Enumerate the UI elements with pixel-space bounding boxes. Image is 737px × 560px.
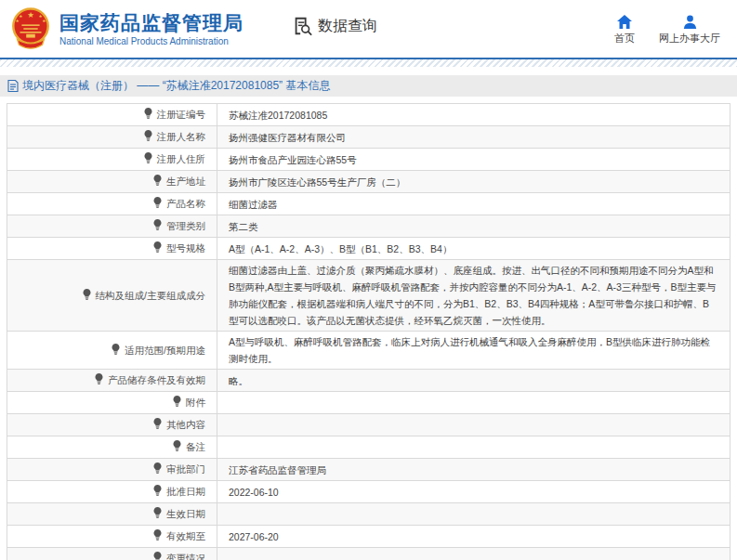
lightbulb-icon	[153, 528, 162, 545]
row-label: 注册人名称	[157, 131, 206, 142]
table-row: 批准日期 2022-06-10	[7, 481, 730, 503]
nav-service-hall-label: 网上办事大厅	[659, 32, 720, 46]
nav-service-hall[interactable]: 网上办事大厅	[659, 15, 720, 46]
row-label: 注册人住所	[157, 153, 206, 164]
table-row: 管理类别 第二类	[7, 215, 730, 238]
document-search-icon	[292, 16, 312, 36]
lightbulb-icon	[144, 129, 152, 146]
site-header: ★ ★ ★ ★ ★ 国家药品监督管理局 National Medical Pro…	[0, 0, 737, 58]
registration-info-table-wrap: 注册证编号 苏械注准20172081085 注册人名称 扬州强健医疗器材有限公司	[7, 103, 730, 560]
row-value: 第二类	[229, 221, 258, 232]
lightbulb-icon	[95, 372, 103, 389]
lightbulb-icon	[153, 174, 162, 190]
header-separator	[0, 58, 737, 67]
table-row: 审批部门 江苏省药品监督管理局	[7, 459, 730, 481]
row-label: 产品名称	[166, 198, 205, 209]
row-label: 附件	[186, 397, 205, 408]
nav-home[interactable]: 首页	[614, 15, 635, 46]
lightbulb-icon	[144, 107, 152, 124]
lightbulb-icon	[153, 462, 162, 478]
row-value: 扬州市广陵区连心路55号生产厂房（二）	[229, 176, 405, 188]
row-value: 细菌过滤器由上盖、过滤介质（聚丙烯疏水膜材）、底座组成。按进、出气口径的不同和预…	[229, 265, 716, 326]
lightbulb-icon	[173, 439, 181, 456]
table-row: 有效期至 2027-06-20	[7, 526, 730, 548]
row-value: 2022-06-10	[229, 487, 279, 498]
row-label: 备注	[186, 441, 205, 452]
table-row: 型号规格 A型（A-1、A-2、A-3）、B型（B1、B2、B3、B4）	[7, 238, 730, 260]
org-title: 国家药品监督管理局	[59, 12, 243, 34]
row-value: A型与呼吸机、麻醉呼吸机管路配套，临床上对病人进行机械通气和吸入全身麻醉使用，B…	[229, 336, 710, 364]
row-label: 有效期至	[166, 530, 205, 541]
row-label: 产品储存条件及有效期	[108, 374, 205, 385]
table-row: 结构及组成/主要组成成分 细菌过滤器由上盖、过滤介质（聚丙烯疏水膜材）、底座组成…	[7, 260, 730, 332]
table-row: 其他内容	[7, 414, 730, 436]
svg-text:★: ★	[27, 11, 34, 20]
table-row: 备注	[7, 436, 730, 459]
table-row: 注册证编号 苏械注准20172081085	[7, 104, 730, 126]
table-row: 产品储存条件及有效期 略。	[7, 370, 730, 392]
person-icon	[683, 15, 697, 29]
national-emblem-icon: ★ ★ ★ ★ ★	[9, 7, 52, 51]
row-value: A型（A-1、A-2、A-3）、B型（B1、B2、B3、B4）	[229, 243, 452, 254]
info-table-body: 注册证编号 苏械注准20172081085 注册人名称 扬州强健医疗器材有限公司	[7, 104, 730, 560]
lightbulb-icon	[153, 506, 162, 523]
lightbulb-icon	[153, 241, 162, 257]
breadcrumb: 境内医疗器械（注册） —— “苏械注准20172081085” 基本信息	[0, 75, 737, 97]
document-icon	[7, 80, 19, 92]
site-logo[interactable]: ★ ★ ★ ★ ★ 国家药品监督管理局 National Medical Pro…	[9, 7, 243, 51]
row-value: 苏械注准20172081085	[229, 110, 327, 121]
page-title: 境内医疗器械（注册） —— “苏械注准20172081085” 基本信息	[22, 78, 330, 94]
row-label: 变更情况	[166, 553, 205, 560]
row-label: 注册证编号	[157, 109, 206, 120]
row-value: 江苏省药品监督管理局	[229, 464, 326, 475]
table-row: 适用范围/预期用途 A型与呼吸机、麻醉呼吸机管路配套，临床上对病人进行机械通气和…	[7, 332, 730, 370]
row-label: 生产地址	[166, 176, 205, 187]
nav-home-label: 首页	[614, 32, 635, 46]
table-row: 生效日期	[7, 503, 730, 526]
table-row: 注册人住所 扬州市食品产业园连心路55号	[7, 149, 730, 171]
data-query-section[interactable]: 数据查询	[292, 16, 377, 36]
svg-text:★: ★	[38, 14, 42, 19]
row-value: 扬州市食品产业园连心路55号	[229, 154, 357, 165]
org-subtitle: National Medical Products Administration	[59, 36, 243, 46]
lightbulb-icon	[144, 151, 152, 168]
lightbulb-icon	[173, 395, 181, 411]
home-icon	[617, 15, 632, 29]
row-value: 2027-06-20	[229, 531, 279, 542]
row-label: 生效日期	[166, 508, 205, 519]
svg-text:★: ★	[19, 14, 22, 19]
row-value: 扬州强健医疗器材有限公司	[229, 132, 346, 143]
table-row: 生产地址 扬州市广陵区连心路55号生产厂房（二）	[7, 171, 730, 193]
row-label: 适用范围/预期用途	[125, 345, 205, 356]
lightbulb-icon	[153, 218, 162, 235]
registration-info-table: 注册证编号 苏械注准20172081085 注册人名称 扬州强健医疗器材有限公司	[7, 103, 730, 560]
lightbulb-icon	[153, 417, 162, 434]
table-row: 附件	[7, 392, 730, 414]
lightbulb-icon	[112, 343, 120, 359]
row-value: 略。	[229, 375, 248, 386]
row-label: 管理类别	[166, 220, 205, 231]
lightbulb-icon	[83, 288, 91, 305]
table-row: 注册人名称 扬州强健医疗器材有限公司	[7, 126, 730, 149]
lightbulb-icon	[153, 551, 162, 560]
row-label: 批准日期	[166, 486, 205, 497]
row-label: 型号规格	[166, 242, 205, 254]
row-label: 其他内容	[166, 419, 205, 430]
svg-text:★: ★	[42, 19, 46, 23]
lightbulb-icon	[153, 196, 162, 213]
top-nav: 首页 网上办事大厅	[614, 15, 720, 46]
table-row: 变更情况	[7, 548, 730, 560]
svg-text:★: ★	[15, 19, 19, 23]
row-value: 细菌过滤器	[229, 199, 278, 210]
table-row: 产品名称 细菌过滤器	[7, 193, 730, 215]
data-query-label: 数据查询	[318, 17, 377, 36]
lightbulb-icon	[153, 484, 162, 501]
row-label: 结构及组成/主要组成成分	[96, 290, 205, 301]
row-label: 审批部门	[166, 463, 205, 475]
